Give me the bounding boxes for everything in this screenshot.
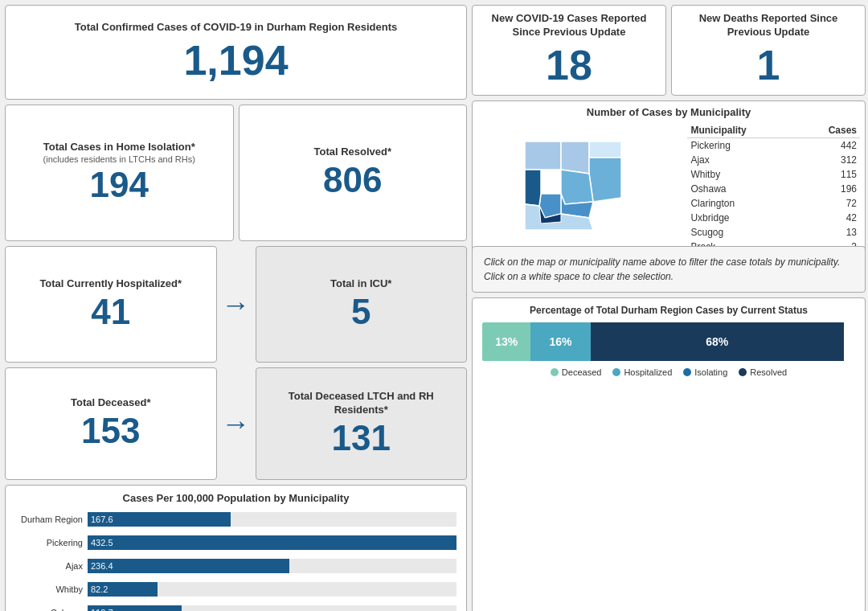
col-municipality: Municipality [687, 123, 806, 138]
click-info-card: Click on the map or municipality name ab… [472, 246, 866, 293]
bar-row: Whitby82.2 [15, 580, 457, 598]
bar-label: Whitby [15, 584, 88, 594]
total-confirmed-title: Total Confirmed Cases of COVID-19 in Dur… [75, 21, 397, 35]
resolved-value: 806 [323, 161, 382, 199]
bar-row: Durham Region167.6 [15, 511, 457, 528]
municipality-cases: 13 [807, 225, 860, 240]
status-chart-card: Percentage of Total Durham Region Cases … [472, 297, 866, 611]
bar-fill: 110.7 [88, 605, 182, 611]
bar-track: 432.5 [88, 535, 457, 550]
legend-dot [739, 368, 747, 376]
table-row[interactable]: Uxbridge42 [687, 211, 860, 225]
hospitalized-title: Total Currently Hospitalized* [39, 277, 182, 291]
bar-value: 82.2 [88, 584, 108, 594]
municipality-name: Ajax [687, 153, 806, 167]
home-isolation-value: 194 [90, 166, 149, 204]
new-deaths-card: New Deaths Reported Since Previous Updat… [671, 5, 866, 96]
home-isolation-card: Total Cases in Home Isolation* (includes… [5, 105, 234, 241]
municipality-name: Pickering [687, 137, 806, 153]
total-confirmed-card: Total Confirmed Cases of COVID-19 in Dur… [5, 5, 467, 100]
legend-label: Resolved [750, 367, 787, 377]
table-row[interactable]: Scugog13 [687, 225, 860, 240]
durham-map[interactable] [517, 133, 645, 258]
svg-marker-1 [561, 141, 589, 174]
arrow-hosp-icu: → [222, 246, 251, 363]
bar-track: 82.2 [88, 582, 457, 597]
col-cases: Cases [807, 123, 860, 138]
status-segment-resolved: 68% [591, 322, 845, 361]
svg-marker-2 [589, 141, 621, 158]
bar-track: 236.4 [88, 559, 457, 573]
table-row[interactable]: Whitby115 [687, 167, 860, 182]
icu-value: 5 [351, 293, 371, 331]
legend-item-deceased: Deceased [551, 367, 602, 377]
map-title: Number of Cases by Municipality [477, 106, 860, 120]
legend-dot [551, 368, 559, 376]
resolved-title: Total Resolved* [313, 146, 391, 159]
bar-value: 236.4 [88, 561, 113, 571]
svg-marker-3 [589, 158, 621, 202]
municipality-cases: 42 [807, 211, 860, 225]
svg-marker-7 [525, 170, 541, 206]
status-legend: DeceasedHospitalizedIsolatingResolved [482, 367, 855, 377]
bar-row: Oshawa110.7 [15, 604, 457, 611]
municipality-cases: 312 [807, 153, 860, 167]
legend-label: Hospitalized [624, 367, 672, 377]
bar-label: Pickering [15, 538, 88, 547]
legend-label: Isolating [694, 367, 727, 377]
home-isolation-subtitle: (includes residents in LTCHs and RHs) [43, 154, 195, 164]
bar-value: 432.5 [88, 538, 113, 547]
new-cases-title: New COVID-19 Cases Reported Since Previo… [482, 12, 656, 39]
bar-chart-title: Cases Per 100,000 Population by Municipa… [15, 492, 457, 504]
bar-chart-rows: Durham Region167.6Pickering432.5Ajax236.… [15, 511, 457, 611]
legend-item-hospitalized: Hospitalized [612, 367, 672, 377]
municipality-name: Uxbridge [687, 211, 806, 225]
table-row[interactable]: Pickering442 [687, 137, 860, 153]
municipality-cases: 72 [807, 196, 860, 211]
click-info-text: Click on the map or municipality name ab… [484, 256, 840, 282]
deceased-card: Total Deceased* 153 [5, 367, 217, 480]
municipality-name: Scugog [687, 225, 806, 240]
table-row[interactable]: Clarington72 [687, 196, 860, 211]
municipality-cases: 442 [807, 137, 860, 153]
bar-label: Ajax [15, 561, 88, 571]
bar-fill: 432.5 [88, 535, 457, 550]
bar-row: Pickering432.5 [15, 534, 457, 552]
resolved-card: Total Resolved* 806 [239, 105, 468, 241]
bar-fill: 167.6 [88, 512, 231, 527]
status-bar: 13%16%68% [482, 322, 855, 361]
bar-track: 167.6 [88, 512, 457, 527]
table-row[interactable]: Ajax312 [687, 153, 860, 167]
bar-label: Oshawa [15, 608, 88, 611]
new-deaths-value: 1 [757, 43, 780, 88]
hospitalized-value: 41 [91, 293, 130, 331]
municipality-name: Oshawa [687, 182, 806, 196]
legend-dot [612, 368, 620, 376]
bar-fill: 82.2 [88, 582, 158, 597]
legend-item-isolating: Isolating [683, 367, 727, 377]
icu-card: Total in ICU* 5 [256, 246, 468, 363]
svg-marker-0 [525, 141, 561, 170]
bar-value: 110.7 [88, 608, 113, 611]
municipality-name: Whitby [687, 167, 806, 182]
arrow-deceased-ltch: → [222, 367, 251, 480]
municipality-cases: 115 [807, 167, 860, 182]
home-isolation-title: Total Cases in Home Isolation* [43, 141, 195, 154]
total-confirmed-value: 1,194 [183, 38, 288, 84]
deceased-ltch-title: Total Deceased LTCH and RH Residents* [266, 390, 457, 417]
bar-fill: 236.4 [88, 559, 289, 573]
table-row[interactable]: Oshawa196 [687, 182, 860, 196]
legend-label: Deceased [562, 367, 602, 377]
new-cases-value: 18 [546, 43, 592, 88]
bar-chart-card: Cases Per 100,000 Population by Municipa… [5, 485, 467, 611]
deceased-ltch-card: Total Deceased LTCH and RH Residents* 13… [256, 367, 468, 480]
bar-track: 110.7 [88, 605, 457, 611]
bar-label: Durham Region [15, 515, 88, 524]
municipality-name: Clarington [687, 196, 806, 211]
legend-item-resolved: Resolved [739, 367, 787, 377]
new-cases-card: New COVID-19 Cases Reported Since Previo… [472, 5, 666, 96]
status-chart-title: Percentage of Total Durham Region Cases … [482, 305, 855, 316]
deceased-title: Total Deceased* [71, 396, 150, 410]
bar-row: Ajax236.4 [15, 557, 457, 575]
status-segment-hospitalized: 16% [530, 322, 590, 361]
